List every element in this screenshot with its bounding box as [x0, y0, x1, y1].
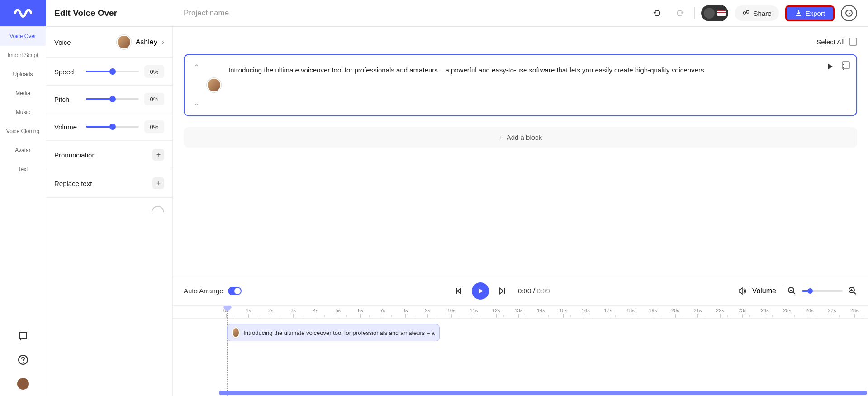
tick-8s: 8s: [403, 308, 408, 313]
speed-value: 0%: [144, 65, 164, 78]
replace-text-row[interactable]: Replace text +: [46, 169, 172, 198]
select-all-label[interactable]: Select All: [816, 38, 844, 46]
voice-block[interactable]: ⌃ ⌄ Introducing the ultimate voiceover t…: [184, 54, 857, 116]
tick-26s: 26s: [806, 308, 814, 313]
voice-label: Voice: [54, 38, 71, 46]
panel-title: Edit Voice Over: [46, 0, 173, 26]
auto-arrange-toggle[interactable]: [228, 287, 242, 295]
volume-label: Volume: [54, 123, 81, 131]
timeline-ruler[interactable]: 0s1s2s3s4s5s6s7s8s9s10s11s12s13s14s15s16…: [173, 306, 868, 319]
replace-text-label: Replace text: [54, 180, 92, 187]
timeline-clip[interactable]: Introducing the ultimate voiceover tool …: [227, 324, 440, 341]
nav-voice-cloning[interactable]: Voice Cloning: [0, 122, 46, 141]
history-button[interactable]: [841, 5, 857, 21]
pronunciation-label: Pronunciation: [54, 151, 96, 159]
play-button[interactable]: [472, 282, 489, 300]
nav-avatar[interactable]: Avatar: [0, 141, 46, 160]
select-all-checkbox[interactable]: [849, 38, 857, 46]
add-block-button[interactable]: + Add a block: [184, 127, 857, 148]
speed-row: Speed 0%: [46, 58, 172, 86]
add-block-label: Add a block: [507, 134, 542, 141]
volume-row: Volume 0%: [46, 113, 172, 141]
pitch-row: Pitch 0%: [46, 86, 172, 113]
chevron-up-icon[interactable]: ⌃: [194, 63, 199, 72]
chevron-down-icon[interactable]: ⌄: [194, 99, 199, 107]
chat-icon[interactable]: [15, 328, 31, 344]
tick-22s: 22s: [716, 308, 724, 313]
play-block-icon[interactable]: [826, 63, 834, 70]
nav-text[interactable]: Text: [0, 160, 46, 179]
redo-button[interactable]: [672, 5, 688, 21]
speed-label: Speed: [54, 68, 81, 76]
pronunciation-row[interactable]: Pronunciation +: [46, 141, 172, 169]
nav-media[interactable]: Media: [0, 84, 46, 103]
add-pronunciation-button[interactable]: +: [152, 149, 164, 161]
speed-slider[interactable]: [86, 71, 139, 72]
tick-4s: 4s: [313, 308, 318, 313]
share-button[interactable]: Share: [735, 5, 779, 21]
voice-row[interactable]: Voice Ashley ›: [46, 27, 172, 58]
voice-avatar: [117, 35, 131, 49]
export-label: Export: [806, 10, 825, 17]
duration: 0:09: [537, 287, 550, 295]
time-display: 0:00 / 0:09: [518, 287, 550, 295]
pitch-slider[interactable]: [86, 98, 139, 100]
block-text[interactable]: Introducing the ultimate voiceover tool …: [228, 63, 819, 107]
settings-sidebar: Voice Ashley › Speed 0% Pitch 0% Volume …: [46, 27, 173, 396]
plus-icon: +: [499, 134, 503, 141]
chevron-right-icon: ›: [162, 38, 164, 46]
volume-value: 0%: [144, 120, 164, 133]
tick-16s: 16s: [582, 308, 590, 313]
clip-avatar: [232, 327, 240, 338]
tick-12s: 12s: [492, 308, 500, 313]
current-time: 0:00: [518, 287, 531, 295]
tick-3s: 3s: [291, 308, 296, 313]
block-avatar: [207, 78, 221, 92]
share-label: Share: [754, 10, 772, 17]
playhead[interactable]: [227, 306, 228, 396]
tick-23s: 23s: [739, 308, 747, 313]
block-checkbox[interactable]: [842, 61, 850, 69]
tick-15s: 15s: [560, 308, 568, 313]
pitch-value: 0%: [144, 93, 164, 105]
skip-forward-button[interactable]: [497, 286, 506, 296]
tick-20s: 20s: [671, 308, 679, 313]
zoom-in-button[interactable]: [848, 286, 857, 296]
tick-21s: 21s: [694, 308, 702, 313]
project-name-input[interactable]: Project name: [184, 9, 643, 18]
tick-7s: 7s: [380, 308, 386, 313]
nav-voice-over[interactable]: Voice Over: [0, 27, 46, 46]
tick-27s: 27s: [828, 308, 836, 313]
tick-1s: 1s: [246, 308, 251, 313]
zoom-slider[interactable]: [802, 290, 843, 292]
language-selector[interactable]: [701, 5, 728, 21]
nav-uploads[interactable]: Uploads: [0, 65, 46, 84]
collapse-row[interactable]: [46, 198, 172, 220]
voice-name: Ashley: [136, 38, 157, 46]
export-button[interactable]: Export: [785, 5, 835, 21]
tick-18s: 18s: [626, 308, 635, 313]
user-avatar[interactable]: [17, 378, 29, 390]
svg-point-0: [743, 12, 746, 14]
undo-button[interactable]: [649, 5, 665, 21]
tick-17s: 17s: [604, 308, 612, 313]
clip-text: Introducing the ultimate voiceover tool …: [243, 329, 435, 336]
speaker-icon[interactable]: [738, 286, 747, 296]
tick-10s: 10s: [447, 308, 455, 313]
timeline[interactable]: 0s1s2s3s4s5s6s7s8s9s10s11s12s13s14s15s16…: [173, 305, 868, 396]
volume-slider[interactable]: [86, 126, 139, 128]
pitch-label: Pitch: [54, 95, 81, 103]
nav-music[interactable]: Music: [0, 103, 46, 122]
tick-11s: 11s: [470, 308, 478, 313]
zoom-out-button[interactable]: [787, 286, 797, 296]
add-replace-button[interactable]: +: [152, 177, 164, 189]
app-logo[interactable]: [0, 0, 46, 26]
tick-28s: 28s: [850, 308, 859, 313]
skip-back-button[interactable]: [455, 286, 464, 296]
nav-import-script[interactable]: Import Script: [0, 46, 46, 65]
tick-2s: 2s: [268, 308, 274, 313]
left-nav: Voice Over Import Script Uploads Media M…: [0, 27, 46, 396]
help-icon[interactable]: [15, 352, 31, 368]
collapse-icon: [152, 206, 164, 212]
timeline-scrollbar[interactable]: [219, 391, 867, 395]
